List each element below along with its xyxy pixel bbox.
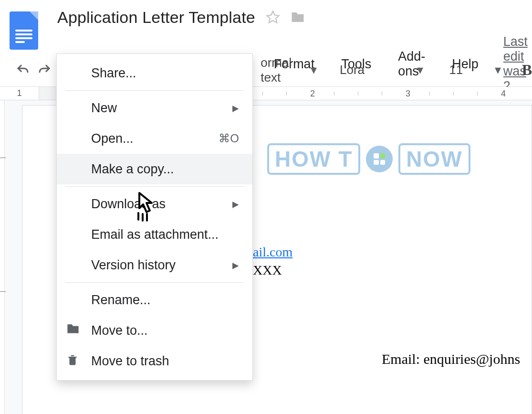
- star-icon[interactable]: [266, 10, 280, 24]
- file-menu-share[interactable]: Share...: [57, 58, 252, 88]
- menu-label: Version history: [91, 258, 176, 273]
- redo-button[interactable]: [36, 60, 53, 81]
- watermark: HOW T NOW: [267, 143, 470, 175]
- caret-down-icon: ▾: [311, 63, 317, 77]
- menu-label: Move to...: [91, 323, 148, 338]
- paragraph-style-select[interactable]: ormal text ▾: [256, 53, 322, 87]
- caret-down-icon: ▾: [417, 63, 423, 77]
- ruler-tick: 4: [501, 88, 506, 98]
- submenu-caret-icon: ▸: [232, 100, 239, 116]
- menu-label: Email as attachment...: [91, 227, 219, 242]
- file-menu-move-to-trash[interactable]: Move to trash: [57, 346, 252, 376]
- menu-label: New: [91, 101, 117, 116]
- folder-icon: [66, 323, 80, 338]
- submenu-caret-icon: ▸: [232, 196, 239, 212]
- file-menu-make-copy[interactable]: Make a copy...: [57, 154, 252, 184]
- caret-down-icon: ▾: [495, 63, 501, 77]
- docs-logo[interactable]: [10, 11, 38, 50]
- font-size-select[interactable]: 11 ▾: [444, 61, 505, 79]
- menu-label: Rename...: [91, 293, 151, 308]
- ruler-vertical[interactable]: [0, 100, 5, 414]
- font-value: Lora: [340, 63, 365, 77]
- watermark-text-1: HOW T: [267, 143, 360, 175]
- folder-icon[interactable]: [291, 11, 305, 23]
- submenu-caret-icon: ▸: [232, 257, 239, 273]
- ruler-tick: 3: [406, 88, 410, 98]
- menu-shortcut: ⌘O: [219, 132, 239, 145]
- svg-marker-0: [267, 11, 279, 23]
- menu-label: Share...: [91, 66, 136, 81]
- file-menu-version-history[interactable]: Version history ▸: [57, 250, 252, 280]
- ruler-horizontal[interactable]: 2 3 4: [253, 87, 532, 100]
- menu-label: Open...: [91, 131, 134, 146]
- menu-label: Make a copy...: [91, 162, 174, 177]
- document-text: XXX: [253, 263, 282, 278]
- trash-icon: [66, 353, 79, 370]
- file-menu-open[interactable]: Open... ⌘O: [57, 123, 252, 154]
- watermark-logo-icon: [366, 146, 393, 172]
- pointer-cursor-icon: [130, 190, 158, 225]
- document-title[interactable]: Application Letter Template: [57, 8, 255, 27]
- paragraph-style-value: ormal text: [261, 55, 304, 85]
- menu-label: Move to trash: [91, 354, 169, 369]
- watermark-text-2: NOW: [398, 143, 470, 175]
- font-select[interactable]: Lora ▾: [335, 61, 428, 79]
- file-menu-move-to[interactable]: Move to...: [57, 315, 252, 346]
- document-hyperlink[interactable]: ail.com: [253, 244, 292, 260]
- document-email-line: Email: enquiries@johns: [382, 351, 520, 367]
- font-size-value: 11: [449, 63, 463, 77]
- file-menu-rename[interactable]: Rename...: [57, 285, 252, 315]
- ruler-left-num: 1: [0, 87, 39, 100]
- header: Application Letter Template File Edit Vi…: [0, 0, 532, 53]
- file-menu-new[interactable]: New ▸: [57, 93, 252, 123]
- bold-button[interactable]: B: [522, 61, 532, 79]
- undo-button[interactable]: [14, 60, 32, 81]
- ruler-tick: 2: [310, 88, 315, 98]
